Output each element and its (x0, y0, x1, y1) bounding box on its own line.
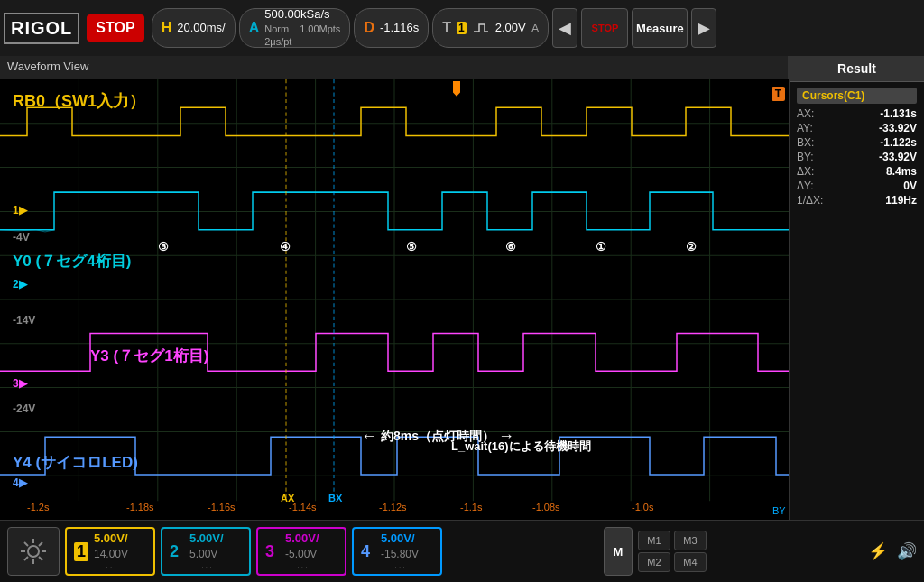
h-label: H (162, 20, 172, 36)
ch2-control[interactable]: 2 5.00V/ 5.00V · · · (161, 527, 251, 576)
trigger-position: -1.116s (380, 21, 419, 36)
d-label: D (364, 20, 374, 36)
trigger-icon (472, 19, 490, 37)
bottom-controls: 1 5.00V/ 14.00V · · · 2 5.00V/ 5.00V · ·… (0, 520, 924, 582)
settings-button[interactable] (7, 527, 60, 576)
waveform-title: Waveform View (0, 56, 788, 79)
sample-mode: Norm (264, 23, 289, 35)
m-btn-row-2: M2 M4 (638, 552, 707, 572)
usb-icon: ⚡ (868, 541, 888, 561)
ch2-voffset: 5.00V (189, 547, 224, 562)
main-area: Waveform View (0, 56, 924, 520)
ch1-values: 5.00V/ 14.00V · · · (94, 531, 128, 572)
speaker-icon: 🔊 (897, 541, 917, 561)
result-key-1dx: 1/ΔX: (797, 194, 823, 207)
trigger-level-val: 2.00V (495, 21, 526, 36)
memory-depth: 1.00Mpts (300, 23, 340, 35)
ch1-vscale: 5.00V/ (94, 531, 128, 547)
ch2-dots: · · · (189, 562, 224, 572)
m-buttons: M1 M3 M2 M4 (638, 531, 707, 572)
ch4-vscale: 5.00V/ (381, 531, 419, 547)
trigger-level-group[interactable]: T 1 2.00V A (432, 8, 549, 48)
waveform-canvas[interactable]: BY RB0（SW1入力） 1▶ Y0 (７セグ4桁目) 2▶ -4V -14V… (0, 79, 789, 520)
ch3-control[interactable]: 3 5.00V/ -5.00V · · · (256, 527, 346, 576)
result-val-dy: 0V (903, 180, 917, 192)
ch3-dots: · · · (285, 562, 319, 572)
time-label-1: -1.2s (27, 502, 49, 513)
m1-button[interactable]: M1 (638, 531, 670, 550)
time-label-6: -1.1s (460, 502, 482, 513)
gear-icon (17, 535, 50, 568)
result-body: Cursors(C1) AX: -1.131s AY: -33.92V BX: … (790, 82, 924, 520)
stop-button[interactable]: STOP (87, 14, 143, 42)
result-key-dx: ΔX: (797, 165, 814, 178)
svg-line-29 (39, 557, 42, 560)
ch1-dots: · · · (94, 562, 128, 572)
trigger-ch-suffix: A (531, 22, 540, 35)
time-label-3: -1.16s (208, 502, 236, 513)
time-axis: -1.2s -1.18s -1.16s -1.14s -1.12s -1.1s … (0, 502, 789, 518)
m4-button[interactable]: M4 (674, 552, 707, 572)
m-btn-row-1: M1 M3 (638, 531, 707, 550)
stop-run-button[interactable]: STOP (581, 8, 628, 48)
ch4-values: 5.00V/ -15.80V · · · (381, 531, 419, 572)
time-label-5: -1.12s (379, 502, 407, 513)
time-label-8: -1.0s (632, 502, 653, 513)
waveform-area: Waveform View (0, 56, 789, 520)
ch1-num: 1 (74, 542, 88, 561)
ch2-num: 2 (170, 542, 184, 561)
trigger-pos-group[interactable]: D -1.116s (354, 8, 429, 48)
result-section-title: Cursors(C1) (797, 88, 917, 104)
sample-rate: 500.00kSa/s (264, 7, 340, 23)
result-row-bx: BX: -1.122s (797, 136, 917, 149)
time-label-7: -1.08s (532, 502, 560, 513)
result-row-1dx: 1/ΔX: 119Hz (797, 194, 917, 207)
sample-group[interactable]: A 500.00kSa/s Norm 1.00Mpts 2μs/pt (239, 8, 351, 48)
sample-interval: 2μs/pt (264, 35, 340, 48)
m3-button[interactable]: M3 (674, 531, 707, 550)
ch4-voffset: -15.80V (381, 547, 419, 562)
timebase-group[interactable]: H 20.00ms/ (152, 8, 236, 48)
result-key-by: BY: (797, 151, 814, 163)
result-row-by: BY: -33.92V (797, 151, 917, 163)
ch3-values: 5.00V/ -5.00V · · · (285, 531, 319, 572)
rigol-logo: RIGOL (4, 13, 79, 44)
toolbar: RIGOL STOP H 20.00ms/ A 500.00kSa/s Norm… (0, 0, 924, 56)
t-label: T (442, 20, 451, 36)
ch4-control[interactable]: 4 5.00V/ -15.80V · · · (352, 527, 442, 576)
time-label-4: -1.14s (289, 502, 317, 513)
result-row-ay: AY: -33.92V (797, 122, 917, 134)
result-val-by: -33.92V (879, 151, 917, 163)
svg-point-23 (28, 546, 39, 557)
result-row-ax: AX: -1.131s (797, 107, 917, 120)
result-val-1dx: 119Hz (885, 194, 917, 207)
result-panel: Result Cursors(C1) AX: -1.131s AY: -33.9… (789, 56, 924, 520)
result-key-ay: AY: (797, 122, 813, 134)
timebase-value: 20.00ms/ (177, 21, 225, 36)
a-label: A (249, 20, 260, 36)
svg-line-28 (24, 542, 28, 546)
ch2-vscale: 5.00V/ (189, 531, 224, 547)
result-row-dx: ΔX: 8.4ms (797, 165, 917, 178)
result-key-ax: AX: (797, 107, 814, 120)
trigger-channel-num: 1 (457, 22, 467, 34)
ch3-voffset: -5.00V (285, 547, 319, 562)
result-key-bx: BX: (797, 136, 814, 149)
result-val-bx: -1.122s (880, 136, 917, 149)
nav-left-arrow[interactable]: ◀ (552, 8, 578, 48)
result-val-ax: -1.131s (880, 107, 917, 120)
ch4-num: 4 (361, 542, 375, 561)
result-val-ay: -33.92V (879, 122, 917, 134)
time-label-2: -1.18s (126, 502, 154, 513)
measure-button[interactable]: Measure (632, 8, 688, 48)
result-title: Result (790, 56, 924, 82)
icon-group: ⚡ 🔊 (868, 541, 917, 561)
result-row-dy: ΔY: 0V (797, 180, 917, 192)
ch3-vscale: 5.00V/ (285, 531, 319, 547)
trigger-t-marker: T (772, 87, 785, 101)
ch1-control[interactable]: 1 5.00V/ 14.00V · · · (65, 527, 155, 576)
m2-button[interactable]: M2 (638, 552, 670, 572)
nav-right-arrow[interactable]: ▶ (691, 8, 716, 48)
svg-line-31 (24, 557, 28, 560)
result-key-dy: ΔY: (797, 180, 814, 192)
